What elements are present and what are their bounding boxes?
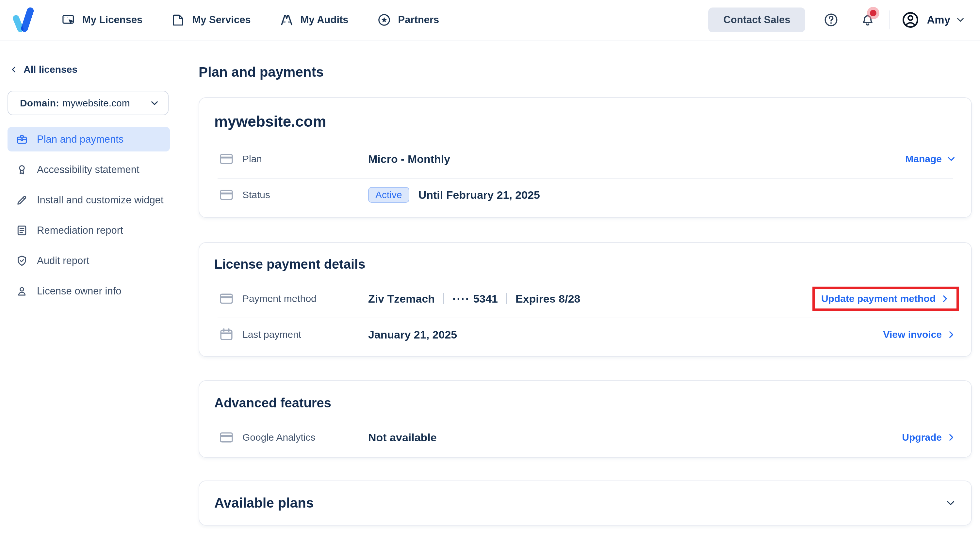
status-row-value: Until February 21, 2025 [418, 189, 540, 201]
license-overview-card: mywebsite.com Plan Micro - Monthly Manag… [199, 97, 972, 218]
manage-plan-label: Manage [905, 154, 942, 165]
back-to-all-licenses[interactable]: All licenses [8, 64, 78, 75]
cardholder-name: Ziv Tzemach [368, 292, 435, 305]
sidebar-item-label: Remediation report [37, 225, 123, 236]
payment-method-label: Payment method [242, 293, 368, 304]
domain-selector[interactable]: Domain: mywebsite.com [8, 91, 169, 115]
plan-row-value: Micro - Monthly [368, 153, 450, 165]
primary-nav: My Licenses My Services My Audits [61, 13, 439, 27]
sidebar-item-install-and-customize-widget[interactable]: Install and customize widget [8, 188, 170, 212]
upgrade-label: Upgrade [902, 432, 942, 443]
sidebar-item-label: Accessibility statement [37, 164, 140, 176]
notifications-button[interactable] [860, 13, 875, 27]
credit-card-icon [219, 291, 234, 306]
update-payment-method-link[interactable]: Update payment method [821, 293, 950, 304]
notification-badge-dot [870, 10, 877, 16]
chevron-down-icon [947, 154, 956, 164]
card-number-mask: ···· [452, 292, 470, 305]
nav-item-my-audits[interactable]: My Audits [280, 13, 348, 27]
manage-plan-link[interactable]: Manage [905, 154, 956, 165]
services-icon [171, 13, 185, 27]
partners-icon [377, 13, 391, 27]
last-payment-row: Last payment January 21, 2025 View invoi… [214, 318, 956, 351]
plan-row-label: Plan [242, 154, 368, 165]
brand-logo[interactable] [9, 6, 37, 33]
available-plans-title: Available plans [214, 495, 313, 511]
shield-check-icon [16, 255, 28, 267]
nav-item-partners[interactable]: Partners [377, 13, 439, 27]
nav-divider [889, 10, 889, 29]
payment-method-value: Ziv Tzemach ···· 5341 Expires 8/28 [368, 292, 581, 305]
sidebar-item-label: Install and customize widget [37, 194, 164, 206]
audits-icon [280, 13, 293, 27]
question-icon [824, 13, 838, 27]
status-badge: Active [368, 187, 409, 203]
red-annotation-box: Update payment method [813, 287, 959, 311]
view-invoice-link[interactable]: View invoice [883, 329, 956, 340]
google-analytics-label: Google Analytics [242, 432, 368, 443]
nav-right-cluster: Contact Sales Amy [708, 8, 965, 32]
sidebar-item-remediation-report[interactable]: Remediation report [8, 218, 170, 243]
briefcase-icon [16, 133, 28, 146]
chevron-right-icon [947, 433, 956, 442]
google-analytics-value: Not available [368, 431, 437, 444]
back-link-label: All licenses [24, 64, 78, 75]
payment-card-title: License payment details [214, 257, 956, 271]
sidebar-item-plan-and-payments[interactable]: Plan and payments [8, 127, 170, 151]
sidebar-item-license-owner-info[interactable]: License owner info [8, 279, 170, 303]
avatar-icon [902, 11, 919, 29]
contact-sales-button[interactable]: Contact Sales [708, 8, 805, 32]
main-content: Plan and payments mywebsite.com Plan Mic… [181, 40, 980, 535]
credit-card-icon [219, 187, 234, 202]
page-layout: All licenses Domain: mywebsite.com Plan … [0, 40, 980, 535]
help-button[interactable] [824, 13, 838, 27]
sidebar-item-label: Plan and payments [37, 133, 124, 145]
update-payment-method-label: Update payment method [821, 293, 935, 304]
user-menu[interactable]: Amy [902, 11, 965, 29]
user-name: Amy [927, 14, 950, 26]
person-icon [16, 285, 28, 297]
payment-method-row: Payment method Ziv Tzemach ···· 5341 Exp… [214, 282, 956, 315]
chevron-left-icon [10, 65, 18, 74]
chevron-down-icon[interactable] [945, 498, 956, 509]
sidebar-item-label: License owner info [37, 285, 121, 297]
sidebar: All licenses Domain: mywebsite.com Plan … [0, 40, 181, 535]
domain-selector-label: Domain: [20, 98, 59, 109]
nav-item-my-licenses[interactable]: My Licenses [61, 13, 142, 27]
chevron-right-icon [947, 330, 956, 339]
nav-item-my-services[interactable]: My Services [171, 13, 251, 27]
upgrade-link[interactable]: Upgrade [902, 432, 956, 443]
sidebar-item-accessibility-statement[interactable]: Accessibility statement [8, 157, 170, 182]
top-nav: My Licenses My Services My Audits [0, 0, 980, 40]
nav-item-label: My Licenses [82, 14, 142, 26]
view-invoice-label: View invoice [883, 329, 942, 340]
credit-card-icon [219, 430, 234, 445]
brand-logo-icon [9, 6, 37, 33]
nav-item-label: My Audits [301, 14, 348, 26]
google-analytics-row: Google Analytics Not available Upgrade [214, 421, 956, 454]
sidebar-menu: Plan and payments Accessibility statemen… [8, 127, 170, 303]
value-separator [443, 293, 444, 304]
licenses-icon [61, 13, 75, 27]
plan-row: Plan Micro - Monthly Manage [214, 143, 956, 175]
last-payment-label: Last payment [242, 329, 368, 340]
status-row-label: Status [242, 189, 368, 200]
page-title: Plan and payments [199, 64, 972, 80]
calendar-icon [219, 327, 234, 342]
available-plans-card[interactable]: Available plans [199, 480, 972, 526]
sidebar-item-audit-report[interactable]: Audit report [8, 248, 170, 273]
credit-card-icon [219, 151, 234, 167]
card-last4: 5341 [473, 292, 498, 305]
award-icon [16, 163, 28, 176]
payment-details-card: License payment details Payment method Z… [199, 242, 972, 357]
domain-selector-value: mywebsite.com [62, 98, 130, 109]
license-card-title: mywebsite.com [214, 113, 956, 130]
nav-item-label: Partners [398, 14, 439, 26]
advanced-features-card: Advanced features Google Analytics Not a… [199, 380, 972, 458]
chevron-down-icon [956, 15, 965, 25]
status-row: Status Active Until February 21, 2025 [214, 179, 956, 211]
value-separator [506, 293, 507, 304]
chevron-right-icon [940, 294, 950, 304]
report-icon [16, 224, 28, 237]
card-expiry: Expires 8/28 [515, 292, 580, 305]
